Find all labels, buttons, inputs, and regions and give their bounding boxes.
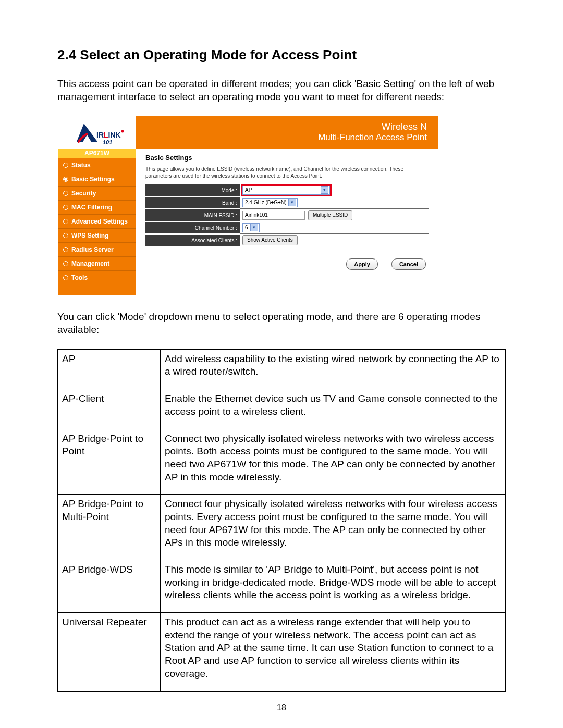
mode-description: This mode is similar to 'AP Bridge to Mu… xyxy=(161,560,506,613)
band-select[interactable]: 2.4 GHz (B+G+N) ▾ xyxy=(242,198,298,207)
mode-name: AP Bridge-Point to Multi-Point xyxy=(58,495,161,560)
table-row: AP Bridge-WDSThis mode is similar to 'AP… xyxy=(58,560,506,613)
clients-label: Associated Clients : xyxy=(145,235,240,246)
table-row: AP Bridge-Point to Multi-PointConnect fo… xyxy=(58,495,506,560)
sidebar-item-label: Advanced Settings xyxy=(71,218,128,225)
table-row: Universal RepeaterThis product can act a… xyxy=(58,613,506,691)
sidebar-item-status[interactable]: Status xyxy=(58,158,136,172)
router-ui: IRLINK 101 Wireless N Multi-Function Acc… xyxy=(57,116,439,296)
mode-description: Add wireless capability to the existing … xyxy=(161,349,506,389)
model-label: AP671W xyxy=(58,149,136,158)
sidebar-item-label: Basic Settings xyxy=(71,176,115,183)
mode-name: AP xyxy=(58,349,161,389)
radio-icon xyxy=(63,191,68,196)
band-label: Band : xyxy=(145,197,240,208)
chevron-down-icon: ▾ xyxy=(288,199,296,206)
channel-select[interactable]: 6 ▾ xyxy=(242,223,260,232)
page-number: 18 xyxy=(57,703,506,712)
radio-icon xyxy=(63,233,68,238)
table-row: AP Bridge-Point to PointConnect two phys… xyxy=(58,429,506,495)
mode-select-value: AP xyxy=(245,187,252,193)
sidebar-item-wps-setting[interactable]: WPS Setting xyxy=(58,229,136,243)
table-row: AP-ClientEnable the Ethernet device such… xyxy=(58,389,506,429)
radio-icon xyxy=(63,247,68,252)
sidebar-item-label: Management xyxy=(71,260,109,267)
mode-description: Connect two physically isolated wireless… xyxy=(161,429,506,495)
sidebar-item-label: Tools xyxy=(71,274,88,281)
mode-name: AP-Client xyxy=(58,389,161,429)
modes-table: APAdd wireless capability to the existin… xyxy=(57,349,506,692)
banner-title-2: Multi-Function Access Point xyxy=(318,132,427,143)
svg-text:IRLINK: IRLINK xyxy=(96,131,121,139)
panel-description: This page allows you to define ESSID (wi… xyxy=(145,166,429,179)
radio-icon xyxy=(63,177,68,182)
band-select-value: 2.4 GHz (B+G+N) xyxy=(245,200,286,205)
sidebar-item-radius-server[interactable]: Radius Server xyxy=(58,243,136,257)
svg-point-1 xyxy=(121,130,124,133)
sidebar-item-label: Security xyxy=(71,190,96,197)
radio-icon xyxy=(63,261,68,266)
mode-name: AP Bridge-Point to Point xyxy=(58,429,161,495)
mode-description: Enable the Ethernet device such us TV an… xyxy=(161,389,506,429)
essid-label: MAIN ESSID : xyxy=(145,209,240,221)
radio-icon xyxy=(63,205,68,210)
sidebar-item-label: MAC Filtering xyxy=(71,204,112,211)
intro-paragraph: This access point can be operated in dif… xyxy=(57,78,506,103)
banner-title-1: Wireless N xyxy=(382,122,427,132)
radio-icon xyxy=(63,219,68,224)
table-row: APAdd wireless capability to the existin… xyxy=(58,349,506,389)
channel-select-value: 6 xyxy=(245,225,248,230)
logo: IRLINK 101 xyxy=(58,116,136,149)
mode-select[interactable]: AP ▾ xyxy=(242,186,330,195)
essid-input[interactable]: Airlink101 xyxy=(242,211,305,220)
radio-icon xyxy=(63,163,68,168)
cancel-button[interactable]: Cancel xyxy=(391,258,426,270)
radio-icon xyxy=(63,275,68,280)
sidebar-item-tools[interactable]: Tools xyxy=(58,271,136,285)
sidebar-item-label: Status xyxy=(71,162,91,169)
after-paragraph: You can click 'Mode' dropdown menu to se… xyxy=(57,311,506,336)
apply-button[interactable]: Apply xyxy=(346,258,378,270)
mode-label: Mode : xyxy=(145,184,240,196)
mode-name: Universal Repeater xyxy=(58,613,161,691)
sidebar-item-security[interactable]: Security xyxy=(58,187,136,201)
mode-description: Connect four physically isolated wireles… xyxy=(161,495,506,560)
channel-label: Channel Number : xyxy=(145,222,240,233)
sidebar-item-label: WPS Setting xyxy=(71,232,108,239)
sidebar-item-management[interactable]: Management xyxy=(58,257,136,271)
svg-text:101: 101 xyxy=(103,139,112,145)
chevron-down-icon: ▾ xyxy=(250,224,258,231)
sidebar-item-label: Radius Server xyxy=(71,246,114,253)
mode-name: AP Bridge-WDS xyxy=(58,560,161,613)
multiple-essid-button[interactable]: Multiple ESSID xyxy=(308,210,352,220)
mode-description: This product can act as a wireless range… xyxy=(161,613,506,691)
sidebar-item-advanced-settings[interactable]: Advanced Settings xyxy=(58,215,136,229)
sidebar-item-basic-settings[interactable]: Basic Settings xyxy=(58,172,136,187)
panel-title: Basic Settings xyxy=(145,154,429,162)
show-active-clients-button[interactable]: Show Active Clients xyxy=(242,235,298,245)
airlink-logo-icon: IRLINK 101 xyxy=(68,121,126,146)
chevron-down-icon: ▾ xyxy=(321,186,328,194)
sidebar-item-mac-filtering[interactable]: MAC Filtering xyxy=(58,201,136,215)
section-heading: 2.4 Select an Operating Mode for Access … xyxy=(57,47,506,63)
